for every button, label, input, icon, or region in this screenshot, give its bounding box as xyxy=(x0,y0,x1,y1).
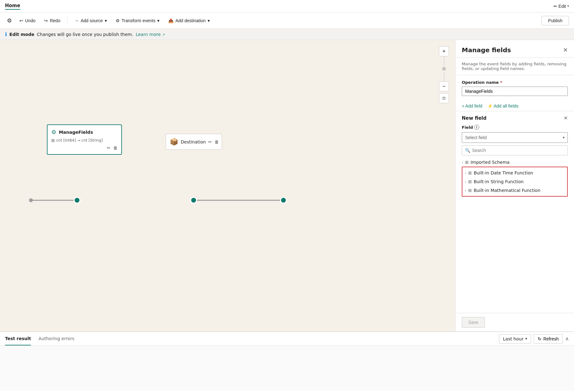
transform-icon: ⚙ xyxy=(116,18,120,23)
destination-node[interactable]: 📦 Destination ✏ 🗑 xyxy=(166,134,222,150)
tree-item-string[interactable]: › ⊞ Built-in String Function xyxy=(462,177,567,186)
test-result-tab[interactable]: Test result xyxy=(5,332,31,345)
learn-more-link[interactable]: Learn more ↗ xyxy=(136,32,165,37)
zoom-in-button[interactable]: + xyxy=(439,46,449,56)
undo-icon: ↩ xyxy=(19,18,23,23)
external-link-icon: ↗ xyxy=(162,33,165,37)
collapse-button[interactable]: ∧ xyxy=(565,336,569,342)
svg-point-3 xyxy=(280,197,286,203)
test-result-content xyxy=(0,346,574,391)
undo-button[interactable]: ↩ Undo xyxy=(16,16,38,25)
field-label-text: Field xyxy=(462,125,473,130)
redo-button[interactable]: ↪ Redo xyxy=(41,16,63,25)
node-table-icon: ⊞ xyxy=(51,138,55,143)
manage-fields-node-icon: ⚙ xyxy=(51,129,56,135)
tree-container: › ⊞ Imported Schema › ⊞ Built-in Date Ti… xyxy=(462,158,568,197)
publish-button[interactable]: Publish xyxy=(541,16,569,25)
destination-delete-button[interactable]: 🗑 xyxy=(214,139,219,144)
refresh-button[interactable]: ↻ Refresh xyxy=(534,334,563,344)
destination-node-icon: 📦 xyxy=(170,138,178,146)
table-icon: ⊞ xyxy=(465,160,469,165)
svg-point-0 xyxy=(29,198,33,202)
panel-description: Manage the event fields by adding fields… xyxy=(462,62,566,71)
new-field-close-button[interactable]: ✕ xyxy=(564,115,568,121)
chevron-right-datetime-icon: › xyxy=(465,171,466,175)
add-destination-chevron-icon: ▾ xyxy=(208,18,210,23)
manage-fields-panel: Manage fields ✕ Manage the event fields … xyxy=(455,40,574,331)
zoom-select-button[interactable]: ⊡ xyxy=(439,93,449,103)
panel-close-button[interactable]: ✕ xyxy=(563,47,568,53)
tree-item-imported-schema[interactable]: › ⊞ Imported Schema xyxy=(462,158,568,167)
add-destination-icon: 📤 xyxy=(168,18,174,23)
last-hour-label: Last hour xyxy=(503,336,524,341)
table-datetime-icon: ⊞ xyxy=(468,170,472,175)
panel-title: Manage fields xyxy=(462,46,511,54)
add-field-button[interactable]: + Add field xyxy=(462,103,482,108)
edit-mode-label: Edit mode xyxy=(9,32,34,37)
add-all-fields-button[interactable]: ⚡ Add all fields xyxy=(487,103,519,108)
tree-item-math-label: Built-in Mathematical Function xyxy=(474,188,540,193)
manage-fields-node-body: cnt [Int64] → cnt [String] xyxy=(56,138,103,143)
refresh-icon: ↻ xyxy=(538,336,541,341)
last-hour-chevron-icon: ▾ xyxy=(525,337,527,341)
operation-name-input[interactable] xyxy=(462,87,568,96)
add-source-icon: → xyxy=(74,18,79,23)
operation-name-label: Operation name xyxy=(462,80,499,85)
zoom-controls: + − ⊡ xyxy=(439,46,449,103)
node-edit-button[interactable]: ✏ xyxy=(107,145,111,150)
operation-name-required: * xyxy=(500,80,502,85)
add-destination-button[interactable]: 📤 Add destination ▾ xyxy=(165,16,213,25)
chevron-right-string-icon: › xyxy=(465,180,466,184)
redo-icon: ↪ xyxy=(44,18,48,23)
highlighted-items-container: › ⊞ Built-in Date Time Function › ⊞ Buil… xyxy=(462,167,568,197)
gear-button[interactable]: ⚙ xyxy=(5,15,14,26)
search-icon: 🔍 xyxy=(465,148,470,153)
table-string-icon: ⊞ xyxy=(468,179,472,184)
save-button[interactable]: Save xyxy=(462,317,485,328)
new-field-title: New field xyxy=(462,115,486,121)
chevron-right-icon: › xyxy=(462,160,463,164)
zoom-indicator xyxy=(442,67,446,71)
search-input[interactable] xyxy=(462,145,568,155)
chevron-right-math-icon: › xyxy=(465,188,466,193)
manage-fields-node[interactable]: ⚙ ManageFields ⊞ cnt [Int64] → cnt [Stri… xyxy=(47,124,122,155)
svg-point-2 xyxy=(191,197,197,203)
edit-button[interactable]: Edit xyxy=(558,4,566,9)
last-hour-select[interactable]: Last hour ▾ xyxy=(499,334,531,344)
manage-fields-node-title: ManageFields xyxy=(59,130,93,135)
zoom-out-button[interactable]: − xyxy=(439,81,449,91)
tree-item-string-label: Built-in String Function xyxy=(474,179,524,184)
home-tab[interactable]: Home xyxy=(5,3,20,10)
node-delete-button[interactable]: 🗑 xyxy=(113,145,118,150)
edit-dropdown-icon[interactable]: ▾ xyxy=(567,4,569,8)
transform-events-button[interactable]: ⚙ Transform events ▾ xyxy=(113,16,163,25)
add-source-chevron-icon: ▾ xyxy=(105,18,107,23)
tree-item-label: Imported Schema xyxy=(471,160,510,165)
destination-edit-button[interactable]: ✏ xyxy=(208,139,212,144)
svg-point-1 xyxy=(74,197,80,203)
tree-item-datetime-label: Built-in Date Time Function xyxy=(474,170,533,175)
authoring-errors-tab[interactable]: Authoring errors xyxy=(38,332,74,345)
select-field-dropdown[interactable]: Select field xyxy=(462,132,568,143)
edit-mode-description: Changes will go live once you publish th… xyxy=(37,32,133,37)
destination-node-label: Destination xyxy=(181,139,206,144)
info-icon: ℹ xyxy=(5,31,7,37)
add-source-button[interactable]: → Add source ▾ xyxy=(71,16,110,25)
tree-item-math[interactable]: › ⊞ Built-in Mathematical Function xyxy=(462,186,567,195)
edit-pencil-icon: ✏ xyxy=(554,4,557,9)
tree-item-datetime[interactable]: › ⊞ Built-in Date Time Function xyxy=(462,168,567,177)
table-math-icon: ⊞ xyxy=(468,188,472,193)
field-info-icon[interactable]: i xyxy=(474,125,479,130)
transform-chevron-icon: ▾ xyxy=(157,18,159,23)
